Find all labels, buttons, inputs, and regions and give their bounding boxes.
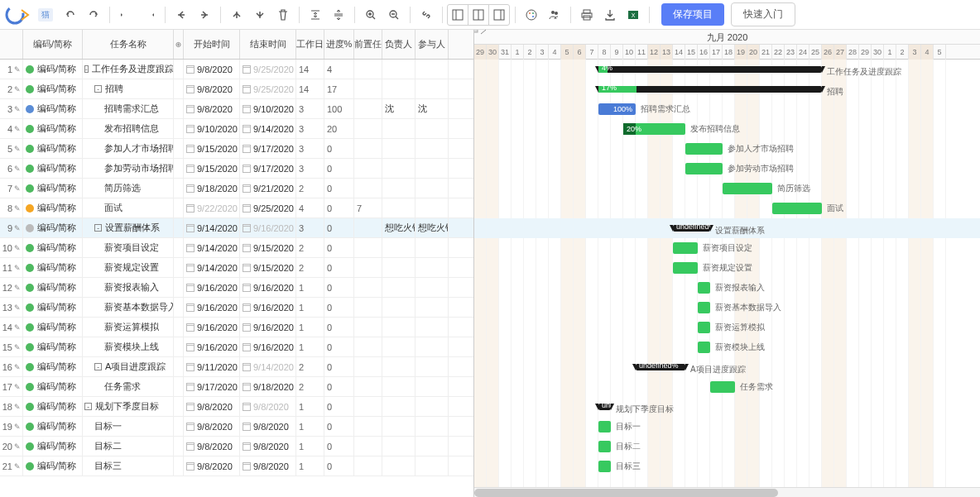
table-row[interactable]: 8✎编码/简称面试9/22/20209/25/2020407: [0, 198, 473, 218]
row-end[interactable]: 9/14/2020: [240, 357, 296, 376]
row-progress[interactable]: 100: [324, 99, 354, 118]
row-end[interactable]: 9/17/2020: [240, 159, 296, 178]
row-owner[interactable]: [382, 337, 416, 356]
table-row[interactable]: 10✎编码/简称薪资项目设定9/14/20209/15/202020: [0, 238, 473, 258]
row-end[interactable]: 9/16/2020: [240, 298, 296, 317]
row-predecessor[interactable]: [354, 179, 382, 198]
row-name[interactable]: 任务需求: [83, 377, 174, 396]
row-duration[interactable]: 3: [296, 139, 324, 158]
row-owner[interactable]: 想吃火锅: [382, 218, 416, 237]
gantt-bar[interactable]: 100%招聘需求汇总: [598, 103, 636, 115]
row-duration[interactable]: 3: [296, 99, 324, 118]
row-name[interactable]: 薪资基本数据导入: [83, 298, 174, 317]
row-name[interactable]: -设置薪酬体系: [83, 218, 174, 237]
table-row[interactable]: 13✎编码/简称薪资基本数据导入9/16/20209/16/202010: [0, 298, 473, 318]
row-expander[interactable]: [174, 99, 184, 118]
row-start[interactable]: 9/16/2020: [184, 337, 240, 356]
gantt-bar[interactable]: undefined%规划下季度目标: [598, 404, 611, 410]
row-predecessor[interactable]: [354, 60, 382, 79]
row-name[interactable]: 薪资运算模拟: [83, 318, 174, 337]
row-expander[interactable]: [174, 238, 184, 257]
col-start[interactable]: 开始时间: [184, 30, 240, 59]
row-end[interactable]: 9/8/2020: [240, 417, 296, 436]
row-end[interactable]: 9/8/2020: [240, 437, 296, 456]
row-start[interactable]: 9/15/2020: [184, 159, 240, 178]
row-end[interactable]: 9/16/2020: [240, 318, 296, 337]
row-predecessor[interactable]: [354, 218, 382, 237]
gantt-bar[interactable]: 薪资模块上线: [698, 342, 710, 353]
table-row[interactable]: 11✎编码/简称薪资规定设置9/14/20209/15/202020: [0, 258, 473, 278]
row-duration[interactable]: 1: [296, 298, 324, 317]
row-code[interactable]: 编码/简称: [23, 79, 83, 98]
row-owner[interactable]: [382, 417, 416, 436]
row-expander[interactable]: [174, 159, 184, 178]
row-end[interactable]: 9/14/2020: [240, 119, 296, 138]
row-start[interactable]: 9/14/2020: [184, 238, 240, 257]
gantt-bar[interactable]: 17%招聘: [598, 86, 822, 93]
row-code[interactable]: 编码/简称: [23, 318, 83, 337]
row-predecessor[interactable]: [354, 238, 382, 257]
row-expander[interactable]: [174, 119, 184, 138]
row-progress[interactable]: 0: [324, 198, 354, 217]
row-name[interactable]: 参加劳动市场招聘: [83, 159, 174, 178]
table-row[interactable]: 5✎编码/简称参加人才市场招聘9/15/20209/17/202030: [0, 139, 473, 159]
row-predecessor[interactable]: [354, 417, 382, 436]
row-name[interactable]: 简历筛选: [83, 179, 174, 198]
row-code[interactable]: 编码/简称: [23, 218, 83, 237]
row-owner[interactable]: [382, 139, 416, 158]
table-row[interactable]: 6✎编码/简称参加劳动市场招聘9/15/20209/17/202030: [0, 159, 473, 179]
row-start[interactable]: 9/15/2020: [184, 139, 240, 158]
row-expander[interactable]: [174, 79, 184, 98]
row-name[interactable]: 面试: [83, 198, 174, 217]
row-expander[interactable]: [174, 357, 184, 376]
row-duration[interactable]: 4: [296, 198, 324, 217]
outdent-button[interactable]: [115, 4, 137, 26]
col-name[interactable]: 任务名称: [83, 30, 174, 59]
row-participant[interactable]: [416, 437, 449, 456]
row-progress[interactable]: 0: [324, 218, 354, 237]
row-code[interactable]: 编码/简称: [23, 60, 83, 79]
row-progress[interactable]: 0: [324, 278, 354, 297]
row-expander[interactable]: [174, 218, 184, 237]
row-predecessor[interactable]: [354, 337, 382, 356]
view-split-button[interactable]: [468, 4, 489, 26]
move-right-button[interactable]: [194, 4, 215, 26]
row-owner[interactable]: [382, 159, 416, 178]
gantt-bar[interactable]: 参加人才市场招聘: [685, 143, 723, 155]
row-progress[interactable]: 0: [324, 337, 354, 356]
splitter-handle[interactable]: [474, 30, 491, 37]
row-predecessor[interactable]: 7: [354, 198, 382, 217]
row-name[interactable]: 发布招聘信息: [83, 119, 174, 138]
table-row[interactable]: 9✎编码/简称-设置薪酬体系9/14/20209/16/202030想吃火锅想吃…: [0, 218, 473, 238]
row-code[interactable]: 编码/简称: [23, 179, 83, 198]
row-expander[interactable]: [174, 318, 184, 337]
row-progress[interactable]: 20: [324, 119, 354, 138]
row-owner[interactable]: [382, 298, 416, 317]
row-expander[interactable]: [174, 139, 184, 158]
row-start[interactable]: 9/16/2020: [184, 278, 240, 297]
row-participant[interactable]: [416, 377, 449, 396]
horizontal-scrollbar[interactable]: [474, 487, 980, 497]
table-row[interactable]: 16✎编码/简称-A项目进度跟踪9/11/20209/14/202020: [0, 357, 473, 377]
download-button[interactable]: [599, 4, 621, 26]
row-end[interactable]: 9/10/2020: [240, 99, 296, 118]
row-predecessor[interactable]: [354, 99, 382, 118]
row-code[interactable]: 编码/简称: [23, 298, 83, 317]
row-participant[interactable]: [416, 79, 449, 98]
row-owner[interactable]: [382, 258, 416, 277]
row-start[interactable]: 9/8/2020: [184, 417, 240, 436]
row-start[interactable]: 9/11/2020: [184, 357, 240, 376]
row-progress[interactable]: 4: [324, 60, 354, 79]
row-end[interactable]: 9/25/2020: [240, 198, 296, 217]
row-name[interactable]: 参加人才市场招聘: [83, 139, 174, 158]
gantt-bar[interactable]: 目标一: [598, 421, 611, 432]
row-owner[interactable]: [382, 119, 416, 138]
row-start[interactable]: 9/18/2020: [184, 179, 240, 198]
row-code[interactable]: 编码/简称: [23, 456, 83, 475]
gantt-bar[interactable]: 薪资运算模拟: [698, 322, 710, 333]
row-progress[interactable]: 0: [324, 179, 354, 198]
row-name[interactable]: 目标一: [83, 417, 174, 436]
row-duration[interactable]: 3: [296, 119, 324, 138]
zoom-in-button[interactable]: [360, 4, 382, 26]
row-code[interactable]: 编码/简称: [23, 437, 83, 456]
